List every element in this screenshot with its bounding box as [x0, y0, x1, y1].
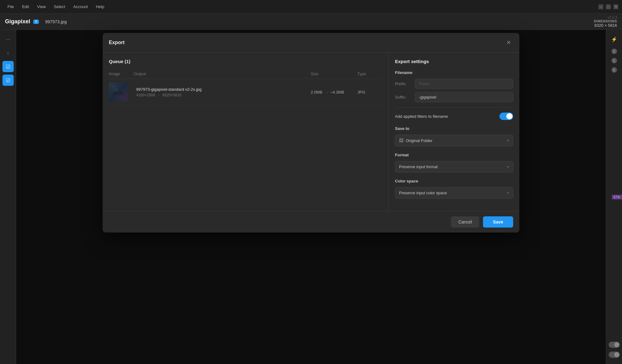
col-size: Size [311, 71, 357, 76]
maximize-button[interactable]: □ [606, 4, 611, 9]
save-to-value: Original Folder [406, 138, 432, 143]
format-section: Format Preserve input format ▾ [395, 153, 513, 173]
sidebar-dots-icon[interactable]: ⋯ [2, 34, 14, 45]
color-space-value: Preserve input color space [399, 191, 447, 195]
modal-footer: Cancel Save [103, 211, 519, 233]
settings-panel: Export settings Filename Prefix: Suffix: [389, 53, 519, 211]
modal-header: Export ✕ [103, 33, 519, 53]
modal-overlay: Export ✕ Queue (1) Image Output Size Typ… [16, 30, 606, 364]
app-badge: 7 [33, 20, 39, 24]
filename-divider [395, 107, 513, 108]
filters-toggle-label: Add applied filters to filename [395, 114, 448, 119]
suffix-input[interactable] [415, 92, 513, 102]
sidebar-checkbox-2-icon[interactable]: ☑ [2, 75, 14, 86]
app-filename: 997973.jpg [45, 19, 67, 24]
suffix-label: Suffix: [395, 95, 412, 99]
right-sidebar: ETA ⚡ 1 1 1 [606, 30, 622, 364]
export-modal: Export ✕ Queue (1) Image Output Size Typ… [103, 33, 519, 233]
format-value: Preserve input format [399, 164, 438, 169]
queue-item-thumbnail [109, 83, 128, 101]
save-to-label: Save to [395, 126, 513, 131]
save-to-chevron-icon: ▾ [507, 138, 509, 143]
right-toggle-1[interactable] [609, 342, 620, 348]
color-space-chevron-icon: ▾ [507, 191, 509, 195]
format-dropdown[interactable]: Preserve input format ▾ [395, 161, 513, 173]
prefix-input[interactable] [415, 79, 513, 89]
save-button[interactable]: Save [483, 216, 513, 228]
menu-bar: File Edit View Select Account Help [4, 3, 108, 10]
modal-title: Export [109, 40, 504, 45]
left-sidebar: ⋯ ↓ ☑ ☑ [0, 30, 16, 364]
svg-point-1 [115, 88, 118, 91]
filename-section-label: Filename [395, 70, 513, 75]
dimensions-value: 8320 × 5816 [594, 23, 617, 28]
cancel-button[interactable]: Cancel [451, 216, 480, 228]
filename-section: Filename Prefix: Suffix: Add applied fil… [395, 70, 513, 120]
queue-table-header: Image Output Size Type [109, 69, 382, 79]
prefix-label: Prefix: [395, 81, 412, 86]
menu-view[interactable]: View [33, 3, 49, 10]
app-header-info: v7.2.3 Dimensions 8320 × 5816 [594, 16, 617, 28]
suffix-row: Suffix: [395, 92, 513, 102]
sidebar-checkbox-1-icon[interactable]: ☑ [2, 61, 14, 72]
arrow-right-icon: → [157, 93, 160, 97]
queue-section: Queue (1) Image Output Size Type [103, 53, 389, 211]
main-content: Export ✕ Queue (1) Image Output Size Typ… [16, 30, 606, 364]
right-toggle-2[interactable] [609, 352, 620, 358]
thumb-placeholder [109, 83, 128, 101]
col-type: Type [357, 71, 382, 76]
menu-select[interactable]: Select [50, 3, 69, 10]
format-chevron-icon: ▾ [507, 165, 509, 169]
right-sidebar-badge-2: 1 [611, 58, 617, 63]
col-image: Image [109, 71, 134, 76]
arrow-right-size-icon: → [324, 90, 328, 94]
menu-help[interactable]: Help [92, 3, 108, 10]
queue-item-info: 997973-gigapixel-standard v2-2x.jpg 4160… [134, 87, 311, 97]
color-space-label: Color space [395, 179, 513, 183]
menu-account[interactable]: Account [69, 3, 91, 10]
save-to-dropdown[interactable]: 🖼 Original Folder ▾ [395, 135, 513, 146]
queue-item-type: JPG [357, 90, 382, 94]
queue-item-dims: 4160×2908 → 8320×5816 [136, 93, 311, 97]
right-sidebar-badge-3: 1 [611, 67, 617, 73]
col-output: Output [134, 71, 311, 76]
menu-file[interactable]: File [4, 3, 18, 10]
svg-rect-0 [112, 86, 124, 98]
right-sidebar-lightning-icon[interactable]: ⚡ [609, 34, 620, 45]
dimensions-label: Dimensions [594, 19, 617, 23]
color-space-dropdown[interactable]: Preserve input color space ▾ [395, 187, 513, 199]
filters-toggle-row: Add applied filters to filename [395, 113, 513, 120]
beta-label: ETA [612, 195, 622, 199]
minimize-button[interactable]: − [598, 4, 603, 9]
queue-item-name: 997973-gigapixel-standard v2-2x.jpg [136, 87, 311, 92]
app-header: Gigapixel 7 997973.jpg v7.2.3 Dimensions… [0, 14, 622, 30]
color-space-section: Color space Preserve input color space ▾ [395, 179, 513, 199]
sidebar-download-icon[interactable]: ↓ [2, 47, 14, 58]
menu-edit[interactable]: Edit [18, 3, 33, 10]
save-to-section: Save to 🖼 Original Folder ▾ [395, 126, 513, 146]
close-modal-button[interactable]: ✕ [504, 38, 513, 47]
save-to-selected: 🖼 Original Folder [399, 138, 432, 143]
app-logo: Gigapixel [5, 18, 30, 25]
queue-title: Queue (1) [109, 59, 382, 64]
close-button[interactable]: ✕ [613, 4, 618, 9]
settings-panel-title: Export settings [395, 59, 513, 64]
prefix-row: Prefix: [395, 79, 513, 89]
format-label: Format [395, 153, 513, 157]
queue-item: 997973-gigapixel-standard v2-2x.jpg 4160… [109, 79, 382, 105]
right-sidebar-badge-1: 1 [611, 48, 617, 54]
title-bar: File Edit View Select Account Help − □ ✕ [0, 0, 622, 14]
filters-toggle[interactable] [499, 113, 513, 120]
modal-body: Queue (1) Image Output Size Type [103, 53, 519, 211]
app-version: v7.2.3 [608, 16, 617, 19]
folder-icon: 🖼 [399, 138, 403, 143]
queue-item-size: 2.0MB → ~4.3MB [311, 90, 357, 94]
